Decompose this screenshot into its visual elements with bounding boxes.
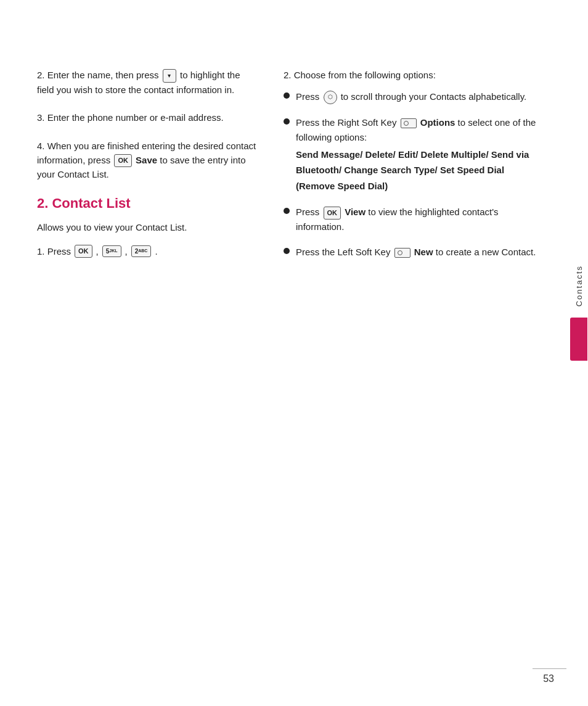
section-desc: Allows you to view your Contact List. (37, 220, 259, 234)
press-line: 1. Press OK , 5JKL , 2ABC . (37, 244, 259, 258)
list-item-3: 3. Enter the phone number or e-mail addr… (37, 110, 259, 125)
bullet-list: Press ⬡ to scroll through your Contacts … (284, 89, 542, 259)
bullet-item-4: Press the Left Soft Key New to create a … (284, 245, 542, 259)
side-tab-label: Contacts (574, 259, 584, 313)
list-item-2: 2. Enter the name, then press ▾ to highl… (37, 68, 259, 97)
bullet-dot-4 (284, 248, 290, 254)
bullet-item-2: Press the Right Soft Key Options to sele… (284, 115, 542, 194)
bullet-content-4: Press the Left Soft Key New to create a … (296, 245, 542, 259)
bullet-dot-1 (284, 92, 290, 99)
list-item-4: 4. When you are finished entering the de… (37, 139, 259, 182)
list-item-4-text: 4. When you are finished entering the de… (37, 139, 259, 182)
nav-circle-icon: ⬡ (324, 91, 337, 104)
page-number: 53 (543, 673, 554, 684)
bullet-content-1: Press ⬡ to scroll through your Contacts … (296, 89, 542, 104)
key-5jkl-icon: 5JKL (102, 245, 121, 258)
bullet-content-2: Press the Right Soft Key Options to sele… (296, 115, 542, 194)
section-title: 2. Contact List (37, 195, 259, 211)
main-content: 2. Enter the name, then press ▾ to highl… (0, 0, 588, 706)
bullet-content-3: Press OK View to view the highlighted co… (296, 205, 542, 234)
list-item-3-text: 3. Enter the phone number or e-mail addr… (37, 110, 259, 125)
right-softkey-icon (401, 118, 417, 128)
page-divider (533, 668, 566, 669)
ok-key-3-icon: OK (324, 207, 341, 220)
page-container: 2. Enter the name, then press ▾ to highl… (0, 0, 588, 706)
left-softkey-icon (394, 248, 410, 258)
bullet-item-1: Press ⬡ to scroll through your Contacts … (284, 89, 542, 104)
bullet-item-3: Press OK View to view the highlighted co… (284, 205, 542, 234)
bullet-dot-2 (284, 118, 290, 125)
bullet-dot-3 (284, 208, 290, 214)
ok-key-icon: OK (114, 154, 132, 167)
right-header: 2. Choose from the following options: (284, 68, 542, 82)
list-item-2-text: 2. Enter the name, then press ▾ to highl… (37, 68, 259, 97)
options-list: Send Message/ Delete/ Edit/ Delete Multi… (296, 147, 542, 194)
ok-key-2-icon: OK (75, 245, 92, 258)
side-tab: Contacts (570, 259, 588, 361)
key-2abc-icon: 2ABC (131, 245, 152, 258)
right-column: 2. Choose from the following options: Pr… (284, 68, 542, 669)
side-tab-bar (570, 318, 587, 361)
left-column: 2. Enter the name, then press ▾ to highl… (37, 68, 259, 669)
nav-down-icon: ▾ (163, 69, 176, 83)
